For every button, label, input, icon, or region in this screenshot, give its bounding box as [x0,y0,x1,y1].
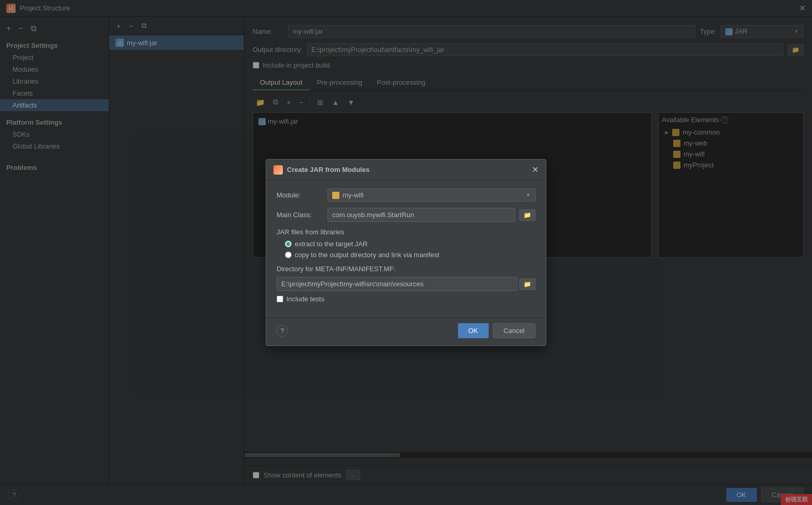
main-class-label: Main Class: [277,211,323,219]
jar-radio-group: extract to the target JAR copy to the ou… [277,240,535,259]
module-label: Module: [277,191,323,199]
dir-row: 📁 [277,277,535,291]
main-class-row: Main Class: 📁 [277,208,535,222]
radio-extract-jar[interactable]: extract to the target JAR [285,240,535,248]
jar-files-section-title: JAR files from libraries [277,228,535,236]
module-row: Module: my-wifi ▼ [277,189,535,202]
modal-title: Create JAR from Modules [287,166,370,174]
module-value: my-wifi [343,191,363,199]
modal-footer: ? OK Cancel [266,317,546,345]
dir-browse-button[interactable]: 📁 [519,278,535,290]
include-tests-checkbox[interactable] [277,296,283,302]
modal-help-button[interactable]: ? [277,325,288,337]
modal-cancel-button[interactable]: Cancel [493,323,535,338]
modal-ok-button[interactable]: OK [458,323,489,338]
module-folder-icon [332,192,339,199]
directory-section: Directory for META-INF/MANIFEST.MF: 📁 [277,265,535,291]
modal-footer-right: OK Cancel [458,323,535,338]
modal-title-left: Create JAR from Modules [273,165,370,175]
dir-label: Directory for META-INF/MANIFEST.MF: [277,265,535,273]
radio-copy-output-label: copy to the output directory and link vi… [295,251,439,259]
modal-body: Module: my-wifi ▼ Main Class: 📁 JAR file… [266,180,546,317]
create-jar-modal: Create JAR from Modules ✕ Module: my-wif… [266,159,546,346]
modal-logo [273,165,283,175]
radio-extract-jar-input[interactable] [285,241,292,247]
modal-close-button[interactable]: ✕ [532,165,539,175]
module-dropdown-arrow: ▼ [526,192,531,198]
include-tests-label: Include tests [286,295,324,303]
radio-copy-output[interactable]: copy to the output directory and link vi… [285,251,535,259]
radio-extract-jar-label: extract to the target JAR [295,240,368,248]
main-class-input[interactable] [328,208,515,222]
module-select[interactable]: my-wifi ▼ [328,189,535,202]
include-tests-row: Include tests [277,295,535,303]
modal-title-bar: Create JAR from Modules ✕ [266,160,546,180]
main-class-browse-button[interactable]: 📁 [519,209,535,221]
dir-input[interactable] [277,277,517,291]
radio-copy-output-input[interactable] [285,251,292,258]
modal-overlay: Create JAR from Modules ✕ Module: my-wif… [0,0,812,505]
